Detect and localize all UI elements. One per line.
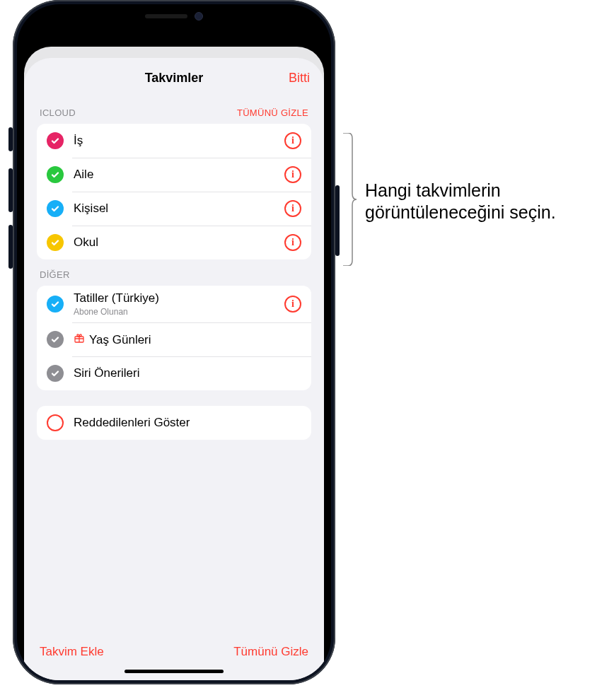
info-icon[interactable]: i: [284, 132, 301, 149]
calendar-label: Siri Önerileri: [74, 366, 301, 380]
modal-title: Takvimler: [145, 71, 204, 86]
svg-rect-2: [266, 23, 268, 30]
callout-text: Hangi takvimlerin görüntüleneceğini seçi…: [365, 180, 591, 224]
section-header-other: DİĞER: [37, 259, 311, 286]
show-declined-group: Reddedilenleri Göster: [37, 406, 311, 440]
hide-all-button[interactable]: Tümünü Gizle: [233, 645, 308, 659]
calendar-label: Tatiller (Türkiye): [74, 291, 284, 305]
calendar-label: Aile: [74, 168, 284, 182]
front-camera: [195, 12, 203, 21]
calendar-row-school[interactable]: Okul i: [37, 226, 311, 259]
info-icon[interactable]: i: [284, 296, 301, 313]
checkmark-icon: [47, 365, 64, 382]
info-icon[interactable]: i: [284, 200, 301, 217]
svg-rect-5: [294, 23, 308, 29]
svg-rect-6: [310, 24, 311, 28]
gift-icon: [74, 332, 85, 344]
calendar-row-work[interactable]: İş i: [37, 124, 311, 158]
wifi-icon: [276, 21, 289, 30]
show-declined-label: Reddedilenleri Göster: [74, 416, 301, 430]
checkmark-icon: [47, 200, 64, 217]
calendar-row-personal[interactable]: Kişisel i: [37, 192, 311, 226]
status-time: 09:41: [37, 19, 66, 32]
info-icon[interactable]: i: [284, 166, 301, 183]
section-label-other: DİĞER: [40, 269, 70, 280]
info-icon[interactable]: i: [284, 234, 301, 251]
checkmark-icon: [47, 166, 64, 183]
phone-screen: 09:41 Takvimler Bitti: [17, 4, 331, 680]
add-calendar-button[interactable]: Takvim Ekle: [40, 645, 104, 659]
section-label-icloud: ICLOUD: [40, 107, 76, 118]
unchecked-circle-icon: [47, 414, 64, 431]
calendar-row-holidays[interactable]: Tatiller (Türkiye) Abone Olunan i: [37, 286, 311, 322]
show-declined-row[interactable]: Reddedilenleri Göster: [37, 406, 311, 440]
power-button[interactable]: [335, 185, 340, 256]
phone-frame: 09:41 Takvimler Bitti: [13, 0, 335, 684]
cellular-icon: [259, 21, 272, 30]
calendar-label: İş: [74, 134, 284, 148]
modal-header: Takvimler Bitti: [24, 58, 324, 98]
checkmark-icon: [47, 296, 64, 313]
notch: [100, 4, 248, 28]
section-header-icloud: ICLOUD TÜMÜNÜ GİZLE: [37, 98, 311, 124]
modal-body: ICLOUD TÜMÜNÜ GİZLE İş i: [24, 98, 324, 631]
checkmark-icon: [47, 132, 64, 149]
done-button[interactable]: Bitti: [289, 71, 310, 86]
other-calendar-group: Tatiller (Türkiye) Abone Olunan i: [37, 286, 311, 390]
calendar-sublabel: Abone Olunan: [74, 307, 284, 317]
svg-rect-3: [270, 21, 272, 30]
hide-all-icloud-button[interactable]: TÜMÜNÜ GİZLE: [237, 107, 308, 118]
calendar-row-family[interactable]: Aile i: [37, 158, 311, 192]
svg-rect-1: [262, 25, 265, 30]
icloud-calendar-group: İş i Aile i: [37, 124, 311, 259]
svg-rect-0: [259, 27, 261, 30]
checkmark-icon: [47, 331, 64, 348]
calendar-label: Kişisel: [74, 202, 284, 216]
battery-icon: [293, 21, 311, 30]
calendar-label: Yaş Günleri: [74, 332, 301, 347]
calendar-row-birthdays[interactable]: Yaş Günleri: [37, 322, 311, 356]
checkmark-icon: [47, 234, 64, 251]
home-indicator[interactable]: [125, 670, 224, 673]
callout-bracket: [342, 133, 357, 266]
calendar-row-siri[interactable]: Siri Önerileri: [37, 356, 311, 390]
calendars-modal: Takvimler Bitti ICLOUD TÜMÜNÜ GİZLE: [24, 58, 324, 680]
calendar-label: Okul: [74, 235, 284, 250]
speaker-grill: [145, 14, 187, 18]
